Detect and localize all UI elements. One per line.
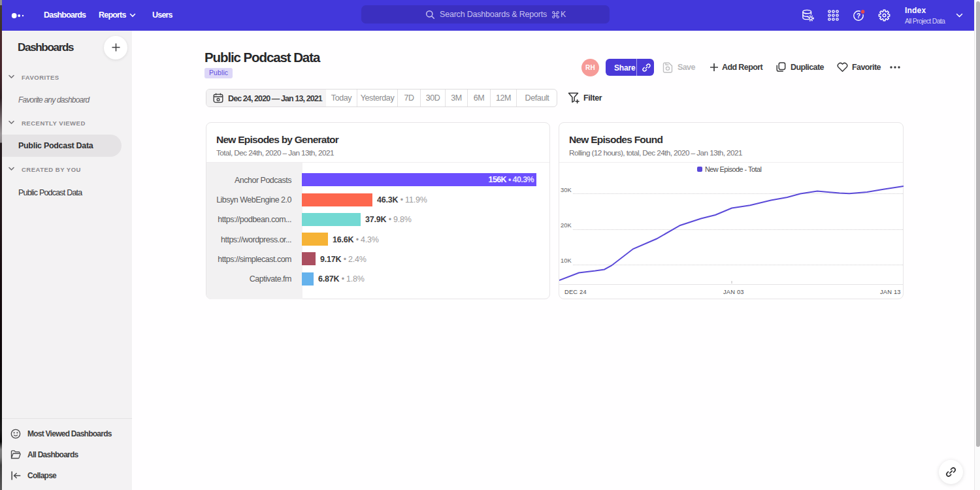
svg-text:?: ?: [857, 12, 860, 20]
